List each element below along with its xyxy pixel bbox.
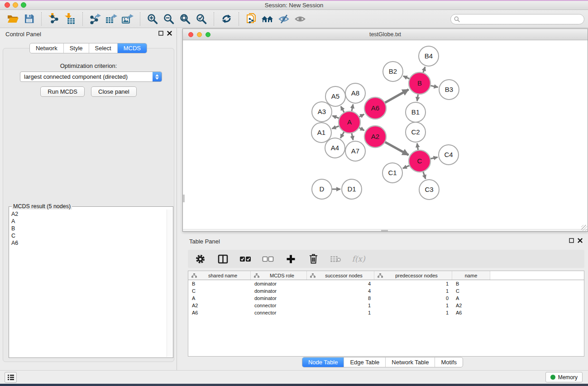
table-cell[interactable]: connector bbox=[251, 303, 307, 308]
table-cell[interactable]: 4 bbox=[307, 288, 374, 294]
tab-select[interactable]: Select bbox=[89, 43, 117, 53]
resize-grip-icon[interactable] bbox=[581, 225, 587, 231]
node-B2[interactable]: B2 bbox=[383, 62, 403, 81]
node-A[interactable]: A bbox=[339, 111, 360, 133]
import-network-icon[interactable] bbox=[46, 12, 62, 26]
table-cell[interactable]: C bbox=[188, 288, 251, 294]
float-panel-icon[interactable] bbox=[158, 31, 163, 36]
network-horizontal-scrollbar[interactable] bbox=[183, 229, 588, 231]
table-cell[interactable]: A2 bbox=[188, 303, 251, 308]
columns-icon[interactable] bbox=[217, 253, 229, 265]
zoom-out-icon[interactable] bbox=[161, 12, 177, 26]
table-close-panel-icon[interactable] bbox=[578, 238, 583, 243]
mcds-result-scrollbar[interactable] bbox=[167, 210, 172, 357]
node-C2[interactable]: C2 bbox=[406, 122, 425, 142]
table-cell[interactable]: 1 bbox=[374, 310, 452, 315]
save-session-icon[interactable] bbox=[21, 12, 37, 26]
table-row[interactable]: A2connector11A2 bbox=[188, 302, 584, 309]
node-B[interactable]: B bbox=[409, 72, 430, 94]
table-cell[interactable]: B bbox=[452, 281, 490, 286]
table-float-panel-icon[interactable] bbox=[569, 238, 574, 243]
column-header-shared-name[interactable]: shared name bbox=[188, 271, 251, 280]
table-cell[interactable]: dominator bbox=[251, 295, 307, 301]
deselect-all-icon[interactable] bbox=[262, 253, 274, 265]
criterion-dropdown[interactable]: largest connected component (directed) bbox=[20, 71, 162, 82]
table-cell[interactable]: 0 bbox=[374, 295, 452, 301]
network-horizontal-scroll-thumb[interactable] bbox=[381, 230, 388, 231]
open-session-icon[interactable] bbox=[5, 12, 21, 26]
table-cell[interactable]: 1 bbox=[374, 281, 452, 286]
table-cell[interactable]: A6 bbox=[188, 310, 251, 315]
table-row[interactable]: Bdominator41B bbox=[188, 280, 584, 287]
node-table[interactable]: shared nameMCDS rolesuccessor nodesprede… bbox=[188, 271, 584, 357]
node-C[interactable]: C bbox=[409, 150, 430, 172]
mcds-result-item[interactable]: B bbox=[10, 225, 166, 232]
column-header-predecessor-nodes[interactable]: predecessor nodes bbox=[374, 271, 452, 280]
network-vertical-scroll-thumb[interactable] bbox=[183, 195, 185, 202]
node-A1[interactable]: A1 bbox=[311, 123, 331, 143]
hide-selected-icon[interactable] bbox=[276, 12, 292, 26]
node-C3[interactable]: C3 bbox=[419, 180, 439, 200]
node-D1[interactable]: D1 bbox=[342, 179, 362, 199]
table-cell[interactable]: connector bbox=[251, 310, 307, 315]
column-header-successor-nodes[interactable]: successor nodes bbox=[307, 271, 374, 280]
table-cell[interactable]: 1 bbox=[374, 303, 452, 308]
table-cell[interactable]: 1 bbox=[307, 303, 374, 308]
table-cell[interactable]: A bbox=[452, 295, 490, 301]
search-input[interactable] bbox=[450, 14, 584, 24]
column-header-name[interactable]: name bbox=[452, 271, 490, 280]
run-mcds-button[interactable]: Run MCDS bbox=[40, 86, 85, 97]
show-selected-icon[interactable] bbox=[292, 12, 308, 26]
table-cell[interactable]: dominator bbox=[251, 281, 307, 286]
mcds-result-item[interactable]: C bbox=[10, 232, 166, 239]
node-A2[interactable]: A2 bbox=[364, 126, 386, 148]
export-network-icon[interactable] bbox=[87, 12, 103, 26]
tab-network[interactable]: Network bbox=[30, 43, 63, 53]
new-network-from-file-icon[interactable] bbox=[243, 12, 259, 26]
tab-edge-table[interactable]: Edge Table bbox=[344, 357, 385, 367]
close-panel-button[interactable]: Close panel bbox=[91, 86, 137, 97]
zoom-fit-icon[interactable] bbox=[177, 12, 193, 26]
node-A6[interactable]: A6 bbox=[364, 97, 386, 119]
close-panel-icon[interactable] bbox=[167, 31, 172, 36]
mcds-result-item[interactable]: A6 bbox=[10, 239, 166, 247]
tab-style[interactable]: Style bbox=[63, 43, 89, 53]
task-history-button[interactable] bbox=[5, 372, 17, 383]
home-icon[interactable] bbox=[259, 12, 276, 26]
mcds-result-item[interactable]: A bbox=[10, 218, 166, 225]
memory-button[interactable]: Memory bbox=[545, 372, 583, 382]
tab-network-table[interactable]: Network Table bbox=[385, 357, 435, 367]
mcds-result-item[interactable]: A2 bbox=[10, 210, 166, 218]
add-column-icon[interactable] bbox=[285, 253, 296, 265]
node-D[interactable]: D bbox=[312, 179, 332, 199]
node-C1[interactable]: C1 bbox=[382, 163, 402, 183]
node-B3[interactable]: B3 bbox=[439, 80, 459, 100]
table-row[interactable]: Cdominator41C bbox=[188, 287, 584, 295]
node-A7[interactable]: A7 bbox=[345, 141, 365, 161]
table-cell[interactable]: 4 bbox=[307, 281, 374, 286]
zoom-in-icon[interactable] bbox=[144, 12, 161, 26]
node-A8[interactable]: A8 bbox=[345, 83, 365, 103]
table-cell[interactable]: 8 bbox=[307, 295, 374, 301]
node-B1[interactable]: B1 bbox=[406, 102, 425, 122]
export-image-icon[interactable] bbox=[120, 12, 136, 26]
table-cell[interactable]: C bbox=[452, 288, 490, 294]
table-row[interactable]: A6connector11A6 bbox=[188, 309, 584, 316]
table-cell[interactable]: dominator bbox=[251, 288, 307, 294]
select-all-icon[interactable] bbox=[239, 253, 251, 265]
table-cell[interactable]: A6 bbox=[452, 310, 490, 315]
table-cell[interactable]: 1 bbox=[307, 310, 374, 315]
zoom-selected-icon[interactable] bbox=[193, 12, 210, 26]
tab-mcds[interactable]: MCDS bbox=[117, 43, 147, 53]
tab-motifs[interactable]: Motifs bbox=[435, 357, 463, 367]
table-cell[interactable]: 1 bbox=[374, 288, 452, 294]
export-table-icon[interactable] bbox=[103, 12, 120, 26]
node-B4[interactable]: B4 bbox=[419, 46, 439, 66]
node-C4[interactable]: C4 bbox=[439, 145, 459, 165]
import-table-icon[interactable] bbox=[62, 12, 78, 26]
delete-column-icon[interactable] bbox=[307, 253, 319, 265]
node-A3[interactable]: A3 bbox=[312, 102, 332, 122]
table-cell[interactable]: B bbox=[188, 281, 251, 286]
network-canvas[interactable]: B4B2BB3A5A8A6A3B1AA1C2A2A4A7C4CC1C3DD1 bbox=[183, 41, 588, 231]
table-row[interactable]: Adominator80A bbox=[188, 295, 584, 302]
